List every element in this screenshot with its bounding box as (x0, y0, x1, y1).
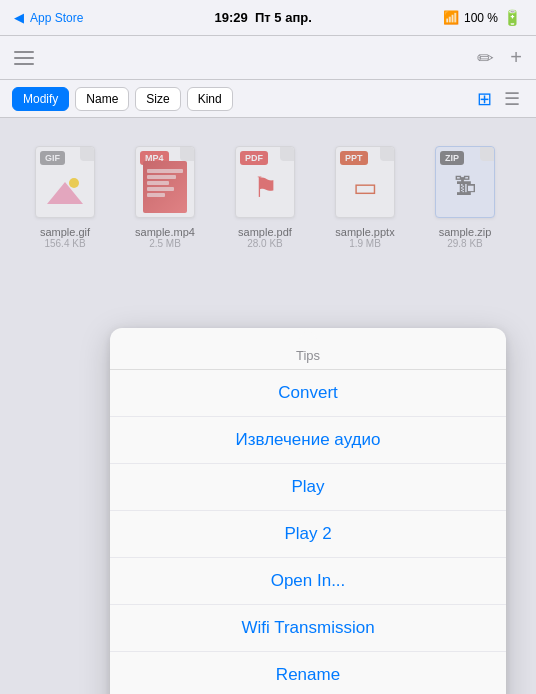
add-icon[interactable]: + (510, 46, 522, 69)
back-label[interactable]: App Store (30, 11, 83, 25)
filter-size[interactable]: Size (135, 87, 180, 111)
status-right: 📶 100 % 🔋 (443, 9, 522, 27)
filter-modify[interactable]: Modify (12, 87, 69, 111)
main-area: GIF sample.gif 156.4 KB (0, 118, 536, 694)
filter-buttons: Modify Name Size Kind (12, 87, 233, 111)
status-time: 19:29 Пт 5 апр. (83, 10, 443, 25)
app-wrapper: ◀ App Store 19:29 Пт 5 апр. 📶 100 % 🔋 ✏ … (0, 0, 536, 694)
menu-item-play2[interactable]: Play 2 (110, 511, 506, 558)
view-toggle: ⊞ ☰ (473, 86, 524, 112)
edit-icon[interactable]: ✏ (477, 46, 494, 70)
grid-view-icon[interactable]: ⊞ (473, 86, 496, 112)
list-view-icon[interactable]: ☰ (500, 86, 524, 112)
menu-item-wifi-transmission[interactable]: Wifi Transmission (110, 605, 506, 652)
status-bar: ◀ App Store 19:29 Пт 5 апр. 📶 100 % 🔋 (0, 0, 536, 36)
menu-item-rename[interactable]: Rename (110, 652, 506, 694)
battery-label: 100 % (464, 11, 498, 25)
filter-bar: Modify Name Size Kind ⊞ ☰ (0, 80, 536, 118)
filter-kind[interactable]: Kind (187, 87, 233, 111)
battery-icon: 🔋 (503, 9, 522, 27)
menu-item-extract-audio[interactable]: Извлечение аудио (110, 417, 506, 464)
status-left: ◀ App Store (14, 10, 83, 25)
menu-tips-label: Tips (110, 340, 506, 370)
toolbar-left (14, 51, 34, 65)
back-arrow-icon: ◀ (14, 10, 24, 25)
menu-item-convert[interactable]: Convert (110, 370, 506, 417)
context-menu: Tips Convert Извлечение аудио Play Play … (110, 328, 506, 694)
menu-arrow-wrap (110, 328, 506, 340)
menu-item-open-in[interactable]: Open In... (110, 558, 506, 605)
menu-arrow (298, 328, 318, 340)
wifi-icon: 📶 (443, 10, 459, 25)
toolbar-right: ✏ + (477, 46, 522, 70)
toolbar: ✏ + (0, 36, 536, 80)
menu-item-play[interactable]: Play (110, 464, 506, 511)
menu-icon[interactable] (14, 51, 34, 65)
filter-name[interactable]: Name (75, 87, 129, 111)
